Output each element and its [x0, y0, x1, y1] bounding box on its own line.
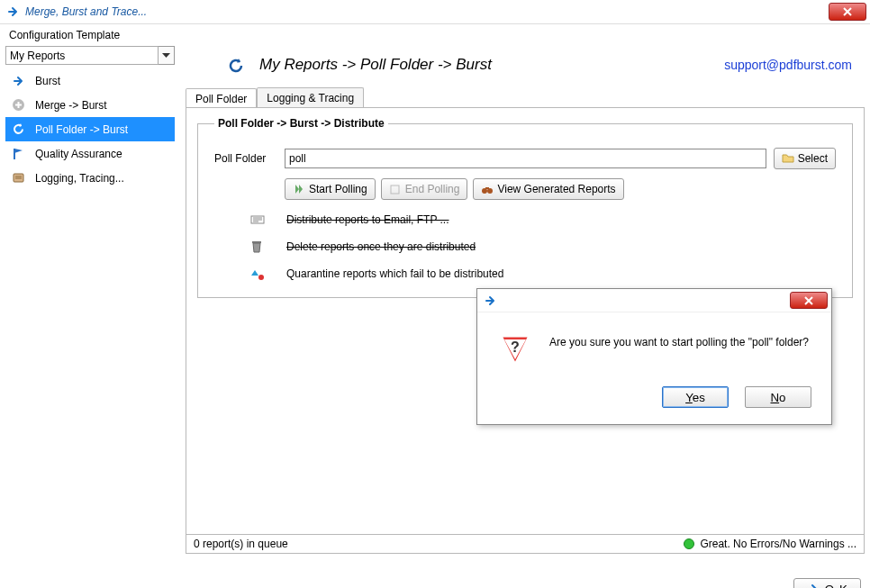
stop-icon [389, 183, 402, 195]
sidebar-item-label: Quality Assurance [35, 148, 122, 160]
dialog-message: Are you sure you want to start polling t… [549, 332, 809, 348]
arrow-right-icon [7, 5, 20, 18]
play-icon [293, 183, 305, 195]
chevron-down-icon[interactable] [159, 46, 175, 65]
delete-option: Delete reports once they are distributed [250, 240, 836, 254]
plus-circle-icon [11, 97, 26, 113]
start-polling-label: Start Polling [309, 183, 367, 195]
content-area: My Reports -> Poll Folder -> Burst suppo… [180, 44, 870, 574]
log-icon [11, 170, 26, 185]
warning-icon: ? [497, 332, 533, 368]
distribute-label: Distribute reports to Email, FTP ... [286, 213, 449, 226]
sidebar-item-label: Merge -> Burst [35, 99, 107, 112]
arrow-right-icon [807, 583, 820, 588]
sidebar-item-merge-burst[interactable]: Merge -> Burst [5, 93, 175, 117]
svg-point-8 [258, 275, 264, 280]
folder-icon [782, 152, 794, 165]
ok-button[interactable]: OK [793, 578, 861, 588]
svg-rect-7 [252, 241, 261, 243]
support-link[interactable]: support@pdfburst.com [724, 58, 865, 72]
sidebar-menu: Burst Merge -> Burst Poll Folder -> Burs… [5, 68, 175, 574]
config-template-value[interactable] [5, 46, 159, 65]
status-message: Great. No Errors/No Warnings ... [700, 538, 856, 550]
config-template-label: Configuration Template [0, 24, 870, 44]
flag-icon [11, 146, 26, 161]
window-title-bar: Merge, Burst and Trace... [0, 0, 870, 24]
dialog-title-bar [477, 289, 831, 312]
queue-status: 0 report(s) in queue [194, 538, 288, 550]
dialog-close-button[interactable] [790, 292, 828, 309]
tab-poll-folder[interactable]: Poll Folder [186, 88, 257, 108]
tabs: Poll Folder Logging & Tracing [186, 86, 865, 107]
select-folder-button[interactable]: Select [774, 148, 836, 169]
view-reports-button[interactable]: View Generated Reports [473, 178, 623, 200]
sidebar-item-label: Burst [35, 75, 60, 87]
sidebar-item-label: Logging, Tracing... [35, 172, 124, 185]
svg-text:?: ? [511, 339, 520, 355]
arrow-right-icon [485, 294, 497, 307]
quarantine-icon [250, 267, 265, 281]
sidebar-item-logging-tracing[interactable]: Logging, Tracing... [5, 166, 175, 190]
arrow-right-icon [11, 73, 26, 88]
poll-folder-label: Poll Folder [214, 152, 277, 165]
poll-folder-fieldset: Poll Folder -> Burst -> Distribute Poll … [197, 117, 853, 298]
tab-panel: Poll Folder -> Burst -> Distribute Poll … [186, 107, 865, 554]
dialog-no-label: No [770, 391, 785, 404]
dialog-yes-label: Yes [685, 391, 705, 404]
dialog-no-button[interactable]: No [745, 386, 811, 408]
view-reports-label: View Generated Reports [497, 183, 615, 195]
select-folder-label: Select [798, 152, 828, 165]
sidebar-item-burst[interactable]: Burst [5, 68, 175, 93]
confirm-dialog: ? Are you sure you want to start polling… [476, 288, 832, 425]
sidebar-item-label: Poll Folder -> Burst [35, 123, 128, 136]
svg-rect-5 [485, 187, 489, 189]
status-bar: 0 report(s) in queue Great. No Errors/No… [186, 534, 865, 554]
distribute-icon [250, 213, 265, 227]
sidebar: Burst Merge -> Burst Poll Folder -> Burs… [0, 44, 180, 574]
ok-label-rest: K [839, 583, 847, 589]
quarantine-option: Quarantine reports which fail to be dist… [250, 267, 836, 281]
window-title: Merge, Burst and Trace... [25, 5, 829, 18]
fieldset-legend: Poll Folder -> Burst -> Distribute [214, 117, 388, 130]
breadcrumb: My Reports -> Poll Folder -> Burst [259, 56, 708, 74]
refresh-icon [227, 57, 243, 73]
quarantine-label: Quarantine reports which fail to be dist… [286, 267, 503, 280]
dialog-yes-button[interactable]: Yes [662, 386, 729, 408]
delete-label: Delete reports once they are distributed [286, 240, 476, 253]
sidebar-item-quality-assurance[interactable]: Quality Assurance [5, 141, 175, 166]
tab-logging-tracing[interactable]: Logging & Tracing [257, 87, 364, 107]
svg-rect-2 [391, 185, 399, 194]
window-close-button[interactable] [829, 3, 866, 21]
config-template-select[interactable] [5, 46, 175, 65]
refresh-icon [11, 122, 26, 137]
end-polling-button: End Polling [381, 178, 468, 200]
sidebar-item-poll-folder-burst[interactable]: Poll Folder -> Burst [5, 117, 175, 141]
end-polling-label: End Polling [405, 183, 460, 195]
status-ok-icon [684, 538, 694, 549]
ok-label-underline: O [825, 583, 834, 589]
trash-icon [250, 240, 265, 254]
binoculars-icon [481, 183, 494, 195]
start-polling-button[interactable]: Start Polling [285, 178, 376, 200]
distribute-option: Distribute reports to Email, FTP ... [250, 213, 836, 227]
poll-folder-input[interactable] [285, 149, 766, 168]
